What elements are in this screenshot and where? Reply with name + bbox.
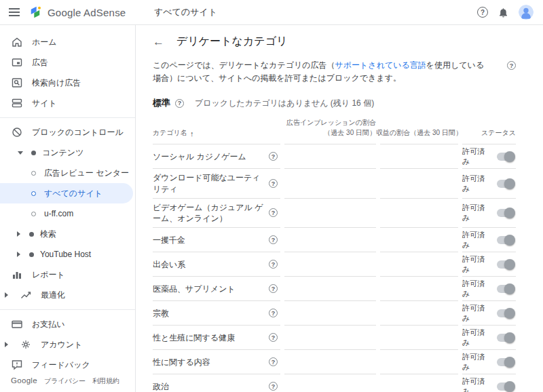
allow-toggle[interactable] [497,358,514,366]
status-label: 許可済み [462,279,492,299]
help-icon[interactable]: ? [269,382,278,391]
help-icon[interactable]: ? [269,333,278,342]
sidebar-item-sites[interactable]: サイト [0,93,135,113]
optimization-icon [20,289,32,301]
brand-name: Google AdSense [48,7,126,18]
category-name: ソーシャル カジノゲーム [153,151,246,162]
allow-toggle[interactable] [497,260,514,269]
sidebar-item-blocking-controls[interactable]: ブロックのコントロール [0,122,135,142]
radio-bullet-icon [31,191,36,196]
terms-link[interactable]: 利用規約 [92,376,119,386]
revenue-cell [380,277,458,301]
sidebar-item-label: すべてのサイト [44,188,102,199]
sidebar-item-home[interactable]: ホーム [0,32,135,52]
table-row: 出会い系? 許可済み [153,252,516,277]
sidebar-item-ads[interactable]: 広告 [0,52,135,73]
privacy-link[interactable]: プライバシー [44,376,86,386]
description-row: このページでは、デリケートなカテゴリの広告（サポートされている言語を使用している… [153,59,516,85]
column-header-label: 広告インプレッションの割合 [286,118,376,128]
radio-bullet-icon [31,171,36,176]
help-icon[interactable]: ? [269,309,278,317]
sidebar-item-label: ホーム [32,37,57,48]
sidebar-item-account[interactable]: アカウント [0,334,135,355]
impressions-cell [284,252,376,277]
category-name: 一攫千金 [153,235,185,246]
help-icon[interactable]: ? [269,284,278,293]
allow-toggle[interactable] [497,383,514,391]
help-icon[interactable]: ? [507,61,516,70]
allow-toggle[interactable] [497,285,514,293]
status-label: 許可済み [462,254,492,275]
allow-toggle[interactable] [497,153,514,161]
status-label: 許可済み [462,174,492,194]
category-name: 医薬品、サプリメント [153,283,236,294]
column-header-label: （過去 30 日間） [324,128,376,138]
main-content: ← デリケートなカテゴリ このページでは、デリケートなカテゴリの広告（サポートさ… [136,25,543,392]
google-wordmark: Google [11,376,37,385]
status-label: 許可済み [462,303,492,324]
sidebar-item-u-ff-com[interactable]: u-ff.com [0,203,135,224]
impressions-cell [284,350,376,374]
ads-icon [11,56,23,68]
brand: Google AdSense [29,5,139,19]
page-title: デリケートなカテゴリ [176,35,287,49]
help-icon[interactable]: ? [269,260,278,269]
menu-icon[interactable] [0,0,29,24]
sidebar-item-search[interactable]: 検索 [0,224,135,244]
sidebar-item-optimization[interactable]: 最適化 [0,285,135,305]
allow-toggle[interactable] [497,334,514,342]
sidebar-item-label: サイト [32,98,57,109]
status-label: 許可済み [462,146,492,167]
status-label: 許可済み [462,328,492,348]
allow-toggle[interactable] [497,180,514,188]
divider [0,117,135,118]
revenue-cell [380,350,458,374]
revenue-cell [380,199,458,228]
topbar-actions: ? [477,5,543,20]
category-name: 宗教 [153,308,169,319]
sidebar-item-label: YouTube Host [40,250,91,259]
status-label: 許可済み [462,376,492,392]
revenue-cell [380,326,458,350]
sidebar-item-reports[interactable]: レポート [0,264,135,285]
allow-toggle[interactable] [497,209,514,217]
sidebar-item-search-ads[interactable]: 検索向け広告 [0,73,135,93]
chevron-right-icon [17,231,20,237]
allow-toggle[interactable] [497,309,514,317]
notifications-bell-icon[interactable] [498,7,509,18]
sidebar-item-label: お支払い [32,319,65,330]
sidebar-item-ad-review-center[interactable]: 広告レビュー センター [0,163,135,183]
revenue-cell [380,144,458,169]
help-icon[interactable]: ? [175,99,184,108]
allow-toggle[interactable] [497,236,514,244]
divider [0,309,135,310]
description-text: このページでは、デリケートなカテゴリの広告（ [153,60,335,70]
sidebar: ホーム 広告 検索向け広告 サイト ブロックのコントロール コンテンツ 広告レビ… [0,25,136,392]
help-icon[interactable]: ? [269,208,278,217]
help-icon[interactable]: ? [269,152,278,161]
help-icon[interactable]: ? [477,7,488,18]
back-icon[interactable]: ← [153,36,164,47]
sidebar-item-payments[interactable]: お支払い [0,314,135,334]
supported-languages-link[interactable]: サポートされている言語 [335,60,426,70]
column-header-revenue: 収益の割合（過去 30 日間） [380,118,458,144]
revenue-cell [380,252,458,277]
help-icon[interactable]: ? [269,357,278,366]
sidebar-item-youtube-host[interactable]: YouTube Host [0,244,135,264]
impressions-cell [284,326,376,350]
sidebar-item-label: アカウント [41,339,82,351]
impressions-cell [284,228,376,252]
help-icon[interactable]: ? [269,179,278,188]
sidebar-item-content[interactable]: コンテンツ [0,142,135,163]
help-icon[interactable]: ? [269,235,278,244]
column-header-category[interactable]: カテゴリ名 ↑ [153,118,280,144]
avatar[interactable] [519,5,533,20]
table-row: 性と生殖に関する健康? 許可済み [153,326,516,350]
table-row: 政治? 許可済み [153,374,516,392]
radio-bullet-icon [31,212,36,216]
column-header-label: ステータス [481,128,516,138]
category-name: 政治 [153,381,169,392]
category-name: 出会い系 [153,259,185,270]
sidebar-item-feedback[interactable]: フィードバック [0,355,135,375]
sidebar-item-all-sites[interactable]: すべてのサイト [0,183,133,203]
